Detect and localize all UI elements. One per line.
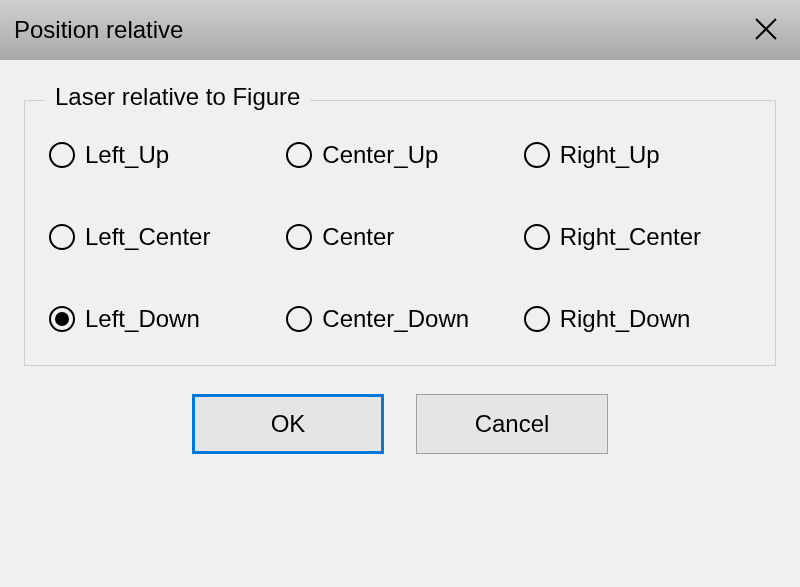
radio-icon (49, 224, 75, 250)
radio-grid: Left_Up Center_Up Right_Up Left_Center C… (49, 141, 751, 333)
radio-icon (286, 142, 312, 168)
dialog-title: Position relative (14, 16, 183, 44)
radio-label: Right_Up (560, 141, 660, 169)
radio-icon (286, 224, 312, 250)
radio-right-down[interactable]: Right_Down (524, 305, 751, 333)
radio-icon (49, 306, 75, 332)
radio-center-down[interactable]: Center_Down (286, 305, 513, 333)
radio-icon (524, 306, 550, 332)
radio-center-up[interactable]: Center_Up (286, 141, 513, 169)
dialog-content: Laser relative to Figure Left_Up Center_… (0, 60, 800, 474)
radio-left-up[interactable]: Left_Up (49, 141, 276, 169)
ok-button[interactable]: OK (192, 394, 384, 454)
radio-right-up[interactable]: Right_Up (524, 141, 751, 169)
radio-label: Center_Down (322, 305, 469, 333)
radio-center[interactable]: Center (286, 223, 513, 251)
radio-left-down[interactable]: Left_Down (49, 305, 276, 333)
radio-label: Left_Down (85, 305, 200, 333)
radio-label: Left_Up (85, 141, 169, 169)
radio-icon (524, 142, 550, 168)
button-row: OK Cancel (24, 394, 776, 454)
titlebar: Position relative (0, 0, 800, 60)
radio-icon (524, 224, 550, 250)
groupbox-legend: Laser relative to Figure (45, 83, 310, 111)
radio-label: Right_Center (560, 223, 701, 251)
radio-right-center[interactable]: Right_Center (524, 223, 751, 251)
radio-icon (286, 306, 312, 332)
radio-label: Center_Up (322, 141, 438, 169)
radio-label: Right_Down (560, 305, 691, 333)
radio-left-center[interactable]: Left_Center (49, 223, 276, 251)
radio-icon (49, 142, 75, 168)
radio-label: Left_Center (85, 223, 210, 251)
radio-label: Center (322, 223, 394, 251)
close-icon[interactable] (746, 14, 786, 46)
groupbox-laser-relative: Laser relative to Figure Left_Up Center_… (24, 100, 776, 366)
cancel-button[interactable]: Cancel (416, 394, 608, 454)
